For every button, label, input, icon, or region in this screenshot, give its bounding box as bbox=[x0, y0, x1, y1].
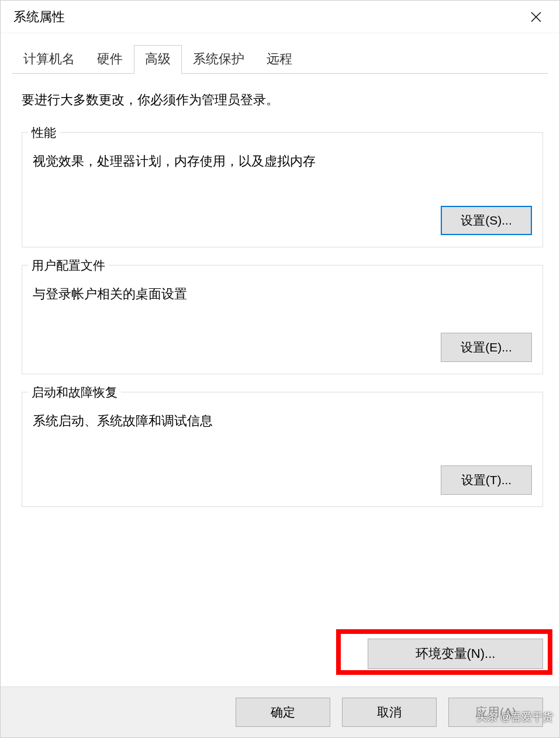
env-var-container: 环境变量(N)... bbox=[1, 633, 559, 687]
group-startup-desc: 系统启动、系统故障和调试信息 bbox=[33, 411, 532, 430]
tab-content-advanced: 要进行大多数更改，你必须作为管理员登录。 性能 视觉效果，处理器计划，内存使用，… bbox=[1, 74, 559, 633]
close-icon bbox=[530, 11, 542, 23]
performance-settings-button[interactable]: 设置(S)... bbox=[441, 206, 532, 235]
user-profile-button-row: 设置(E)... bbox=[33, 333, 532, 362]
performance-button-row: 设置(S)... bbox=[33, 206, 532, 235]
close-button[interactable] bbox=[524, 5, 548, 29]
user-profile-settings-button[interactable]: 设置(E)... bbox=[441, 333, 532, 362]
group-performance-legend: 性能 bbox=[28, 125, 60, 141]
group-performance: 性能 视觉效果，处理器计划，内存使用，以及虚拟内存 设置(S)... bbox=[22, 132, 543, 247]
tab-computer-name[interactable]: 计算机名 bbox=[12, 45, 86, 73]
tabs-bar: 计算机名 硬件 高级 系统保护 远程 bbox=[12, 45, 548, 74]
group-startup-recovery: 启动和故障恢复 系统启动、系统故障和调试信息 设置(T)... bbox=[22, 392, 543, 507]
admin-note-text: 要进行大多数更改，你必须作为管理员登录。 bbox=[22, 91, 543, 109]
ok-button[interactable]: 确定 bbox=[236, 698, 330, 727]
group-startup-legend: 启动和故障恢复 bbox=[28, 384, 121, 401]
watermark-text: 头条 @吾爱干货 bbox=[476, 710, 553, 724]
system-properties-dialog: 系统属性 计算机名 硬件 高级 系统保护 远程 要进行大多数更改，你必须作为管理… bbox=[0, 0, 560, 738]
cancel-button[interactable]: 取消 bbox=[342, 698, 437, 727]
startup-settings-button[interactable]: 设置(T)... bbox=[441, 465, 532, 495]
group-user-profile: 用户配置文件 与登录帐户相关的桌面设置 设置(E)... bbox=[22, 265, 543, 374]
tab-container: 计算机名 硬件 高级 系统保护 远程 bbox=[1, 33, 559, 74]
dialog-footer: 确定 取消 应用(A) bbox=[1, 687, 559, 737]
tab-remote[interactable]: 远程 bbox=[255, 45, 303, 73]
startup-button-row: 设置(T)... bbox=[33, 465, 532, 495]
group-user-profile-desc: 与登录帐户相关的桌面设置 bbox=[33, 284, 532, 304]
titlebar: 系统属性 bbox=[1, 1, 559, 33]
environment-variables-button[interactable]: 环境变量(N)... bbox=[368, 639, 543, 669]
tab-hardware[interactable]: 硬件 bbox=[86, 45, 134, 73]
tab-advanced[interactable]: 高级 bbox=[134, 45, 182, 74]
group-performance-desc: 视觉效果，处理器计划，内存使用，以及虚拟内存 bbox=[33, 151, 532, 171]
window-title: 系统属性 bbox=[13, 8, 65, 26]
tab-system-protection[interactable]: 系统保护 bbox=[182, 45, 255, 73]
group-user-profile-legend: 用户配置文件 bbox=[28, 257, 109, 274]
